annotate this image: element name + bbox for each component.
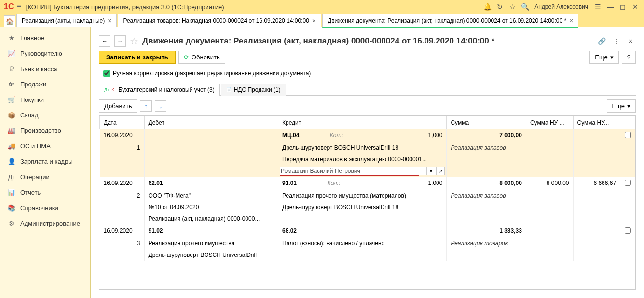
manual-edit-checkbox[interactable]: Ручная корректировка (разрешает редактир… [99, 68, 315, 79]
sidebar-item-catalogs[interactable]: 📚Справочники [0, 200, 90, 215]
sidebar-item-manager[interactable]: 📈Руководителю [0, 45, 90, 61]
maximize-icon[interactable]: ◻ [618, 2, 628, 12]
table-row[interactable]: 16.09.2020 91.02 68.02 1 333,33 [100, 225, 635, 238]
move-up-button[interactable]: ↑ [140, 100, 152, 112]
ledger-icon: Дт [104, 87, 109, 92]
user-name[interactable]: Андрей Алексеевич [533, 3, 590, 10]
app-logo-icon: 1C [4, 2, 14, 11]
window-title: [КОПИЯ] Бухгалтерия предприятия, редакци… [24, 3, 480, 11]
tab-accounting[interactable]: ДтКтБухгалтерский и налоговый учет (3) [99, 84, 220, 96]
tab-vat[interactable]: 📄НДС Продажи (1) [221, 84, 286, 96]
home-tab[interactable]: 🏠 [4, 15, 15, 27]
nav-back-button[interactable]: ← [99, 35, 110, 47]
hamburger-icon[interactable]: ≡ [16, 2, 21, 11]
cart-icon: 🛒 [8, 96, 15, 103]
credit-input-cell[interactable]: ▾↗ [280, 167, 445, 175]
content-area: ← → ☆ Движения документа: Реализация (ак… [91, 27, 644, 298]
gear-icon: ⚙ [8, 219, 15, 227]
sidebar-item-purchases[interactable]: 🛒Покупки [0, 92, 90, 107]
person-icon: 👤 [8, 157, 15, 165]
chevron-down-icon: ▾ [610, 54, 614, 61]
star-icon[interactable]: ☆ [507, 2, 517, 12]
nav-forward-button[interactable]: → [114, 35, 126, 47]
settings-icon[interactable]: ☰ [593, 2, 603, 12]
bag-icon: 🛍 [8, 80, 15, 88]
book-icon: 📚 [8, 204, 15, 212]
move-down-button[interactable]: ↓ [155, 100, 167, 112]
favorite-icon[interactable]: ☆ [130, 35, 138, 47]
tab-3-active[interactable]: Движения документа: Реализация (акт, нак… [322, 14, 578, 28]
page-title: Движения документа: Реализация (акт, нак… [142, 36, 592, 46]
doc-icon: 📄 [226, 87, 232, 92]
table-row[interactable]: 16.09.2020 62.01 91.01 Кол.:1,000 8 000,… [100, 177, 635, 190]
star-icon: ★ [8, 34, 15, 42]
sidebar-item-operations[interactable]: ДтОперации [0, 169, 90, 184]
save-close-button[interactable]: Записать и закрыть [99, 51, 176, 64]
help-button[interactable]: ? [622, 51, 636, 64]
sidebar-item-sales[interactable]: 🛍Продажи [0, 76, 90, 92]
sidebar-item-assets[interactable]: 🚚ОС и НМА [0, 138, 90, 154]
manual-edit-input[interactable] [103, 70, 110, 77]
coin-icon: ₽ [8, 65, 15, 72]
more-button[interactable]: Еще ▾ [589, 51, 618, 64]
credit-input[interactable] [280, 167, 425, 175]
truck-icon: 🚚 [8, 142, 15, 150]
titlebar: 1C ≡ [КОПИЯ] Бухгалтерия предприятия, ре… [0, 0, 644, 14]
sidebar-item-production[interactable]: 🏭Производство [0, 123, 90, 138]
close-icon[interactable]: × [108, 17, 111, 25]
factory-icon: 🏭 [8, 127, 15, 134]
chevron-down-icon: ▾ [627, 102, 630, 110]
search-icon[interactable]: 🔍 [520, 2, 530, 12]
sidebar-item-bank[interactable]: ₽Банк и касса [0, 61, 90, 76]
table-row[interactable]: 16.09.2020 МЦ.04 Кол.:1,000 7 000,00 [100, 129, 635, 142]
document-tabs: 🏠 Реализация (акты, накладные) × Реализа… [0, 14, 644, 27]
row-checkbox[interactable] [625, 180, 631, 186]
sidebar-item-warehouse[interactable]: 📦Склад [0, 107, 90, 123]
more-button-2[interactable]: Еще ▾ [607, 99, 636, 113]
sidebar-item-main[interactable]: ★Главное [0, 30, 90, 45]
table-header: Дата Дебет Кредит Сумма Сумма НУ ... Сум… [100, 116, 635, 129]
sidebar-item-hr[interactable]: 👤Зарплата и кадры [0, 154, 90, 169]
minimize-icon[interactable]: — [605, 2, 615, 12]
close-icon[interactable]: × [569, 17, 573, 25]
box-icon: 📦 [8, 111, 15, 119]
row-checkbox[interactable] [625, 227, 631, 234]
close-icon[interactable]: × [312, 17, 316, 25]
entries-table: Дата Дебет Кредит Сумма Сумма НУ ... Сум… [99, 115, 636, 290]
sidebar: ★Главное 📈Руководителю ₽Банк и касса 🛍Пр… [0, 27, 91, 298]
sidebar-item-admin[interactable]: ⚙Администрирование [0, 215, 90, 231]
link-icon[interactable]: 🔗 [596, 36, 607, 46]
refresh-icon: ⟳ [184, 54, 189, 61]
bell-icon[interactable]: 🔔 [482, 2, 492, 12]
ledger-icon: Дт [8, 173, 15, 181]
close-icon[interactable]: × [625, 36, 636, 46]
kebab-icon[interactable]: ⋮ [611, 36, 621, 46]
history-icon[interactable]: ↻ [495, 2, 505, 12]
close-icon[interactable]: ✕ [630, 2, 640, 12]
open-icon[interactable]: ↗ [436, 167, 445, 175]
tab-1[interactable]: Реализация (акты, накладные) × [16, 14, 117, 27]
bars-icon: 📊 [8, 188, 15, 196]
row-checkbox[interactable] [625, 132, 631, 138]
tab-2[interactable]: Реализация товаров: Накладная 0000-00002… [118, 14, 321, 27]
add-button[interactable]: Добавить [99, 99, 137, 113]
sidebar-item-reports[interactable]: 📊Отчеты [0, 184, 90, 200]
refresh-button[interactable]: ⟳Обновить [178, 51, 225, 64]
chart-icon: 📈 [8, 49, 15, 57]
dropdown-icon[interactable]: ▾ [426, 167, 435, 175]
